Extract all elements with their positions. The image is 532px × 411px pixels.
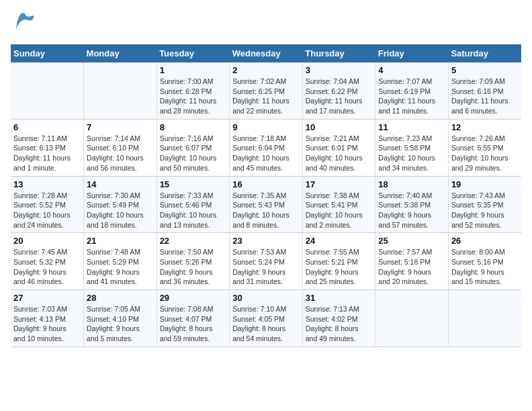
day-number: 1 — [160, 65, 227, 75]
day-header-monday: Monday — [84, 44, 157, 62]
day-number: 12 — [451, 122, 519, 132]
day-number: 19 — [451, 179, 519, 189]
calendar-table: SundayMondayTuesdayWednesdayThursdayFrid… — [11, 44, 521, 347]
calendar-cell: 30Sunrise: 7:10 AM Sunset: 4:05 PM Dayli… — [230, 290, 303, 347]
day-info: Sunrise: 7:21 AM Sunset: 6:01 PM Dayligh… — [306, 134, 373, 173]
calendar-cell — [11, 62, 84, 119]
calendar-cell — [375, 290, 449, 347]
calendar-cell: 26Sunrise: 8:00 AM Sunset: 5:16 PM Dayli… — [448, 233, 521, 290]
calendar-cell: 15Sunrise: 7:33 AM Sunset: 5:46 PM Dayli… — [157, 176, 230, 233]
calendar-cell — [448, 290, 521, 347]
day-info: Sunrise: 7:03 AM Sunset: 4:13 PM Dayligh… — [13, 304, 81, 344]
day-info: Sunrise: 7:48 AM Sunset: 5:29 PM Dayligh… — [87, 247, 154, 287]
day-number: 23 — [232, 236, 300, 246]
calendar-cell: 29Sunrise: 7:08 AM Sunset: 4:07 PM Dayli… — [157, 290, 230, 347]
day-number: 21 — [87, 236, 154, 246]
calendar-cell: 3Sunrise: 7:04 AM Sunset: 6:22 PM Daylig… — [302, 62, 375, 119]
day-info: Sunrise: 7:38 AM Sunset: 5:41 PM Dayligh… — [306, 191, 373, 230]
calendar-cell: 21Sunrise: 7:48 AM Sunset: 5:29 PM Dayli… — [84, 233, 157, 290]
day-number: 7 — [87, 122, 154, 132]
page-header — [11, 11, 521, 38]
calendar-cell: 22Sunrise: 7:50 AM Sunset: 5:26 PM Dayli… — [157, 233, 230, 290]
day-number: 22 — [160, 236, 227, 246]
day-info: Sunrise: 7:09 AM Sunset: 6:16 PM Dayligh… — [451, 77, 519, 116]
day-info: Sunrise: 7:33 AM Sunset: 5:46 PM Dayligh… — [160, 191, 227, 230]
day-number: 10 — [306, 122, 373, 132]
calendar-cell: 28Sunrise: 7:05 AM Sunset: 4:10 PM Dayli… — [84, 290, 157, 347]
calendar-cell: 16Sunrise: 7:35 AM Sunset: 5:43 PM Dayli… — [230, 176, 303, 233]
calendar-cell: 31Sunrise: 7:13 AM Sunset: 4:02 PM Dayli… — [302, 290, 375, 347]
day-number: 3 — [306, 65, 373, 75]
calendar-cell: 13Sunrise: 7:28 AM Sunset: 5:52 PM Dayli… — [11, 176, 84, 233]
week-row-5: 27Sunrise: 7:03 AM Sunset: 4:13 PM Dayli… — [11, 290, 521, 347]
day-info: Sunrise: 7:40 AM Sunset: 5:38 PM Dayligh… — [378, 191, 445, 230]
day-number: 18 — [378, 179, 445, 189]
day-number: 11 — [378, 122, 445, 132]
day-number: 5 — [451, 65, 519, 75]
calendar-cell: 4Sunrise: 7:07 AM Sunset: 6:19 PM Daylig… — [375, 62, 449, 119]
header-row: SundayMondayTuesdayWednesdayThursdayFrid… — [11, 44, 521, 62]
day-number: 9 — [232, 122, 300, 132]
calendar-cell: 2Sunrise: 7:02 AM Sunset: 6:25 PM Daylig… — [230, 62, 303, 119]
day-info: Sunrise: 7:53 AM Sunset: 5:24 PM Dayligh… — [232, 247, 300, 287]
calendar-cell: 7Sunrise: 7:14 AM Sunset: 6:10 PM Daylig… — [84, 119, 157, 176]
day-number: 24 — [306, 236, 373, 246]
calendar-cell: 14Sunrise: 7:30 AM Sunset: 5:49 PM Dayli… — [84, 176, 157, 233]
calendar-cell: 9Sunrise: 7:18 AM Sunset: 6:04 PM Daylig… — [230, 119, 303, 176]
calendar-cell: 18Sunrise: 7:40 AM Sunset: 5:38 PM Dayli… — [375, 176, 449, 233]
calendar-cell: 10Sunrise: 7:21 AM Sunset: 6:01 PM Dayli… — [302, 119, 375, 176]
logo-bird-icon — [11, 11, 38, 38]
calendar-cell: 27Sunrise: 7:03 AM Sunset: 4:13 PM Dayli… — [11, 290, 84, 347]
day-header-tuesday: Tuesday — [157, 44, 230, 62]
day-info: Sunrise: 7:11 AM Sunset: 6:13 PM Dayligh… — [13, 134, 81, 173]
day-info: Sunrise: 7:10 AM Sunset: 4:05 PM Dayligh… — [232, 304, 300, 344]
calendar-cell: 23Sunrise: 7:53 AM Sunset: 5:24 PM Dayli… — [230, 233, 303, 290]
day-number: 30 — [232, 293, 300, 303]
day-info: Sunrise: 7:02 AM Sunset: 6:25 PM Dayligh… — [232, 77, 300, 116]
day-info: Sunrise: 7:50 AM Sunset: 5:26 PM Dayligh… — [160, 247, 227, 287]
day-number: 27 — [13, 293, 81, 303]
day-info: Sunrise: 7:13 AM Sunset: 4:02 PM Dayligh… — [306, 304, 373, 344]
day-info: Sunrise: 7:16 AM Sunset: 6:07 PM Dayligh… — [160, 134, 227, 173]
day-info: Sunrise: 7:30 AM Sunset: 5:49 PM Dayligh… — [87, 191, 154, 230]
day-info: Sunrise: 7:45 AM Sunset: 5:32 PM Dayligh… — [13, 247, 81, 287]
day-info: Sunrise: 7:08 AM Sunset: 4:07 PM Dayligh… — [160, 304, 227, 344]
calendar-cell: 6Sunrise: 7:11 AM Sunset: 6:13 PM Daylig… — [11, 119, 84, 176]
day-header-friday: Friday — [375, 44, 449, 62]
calendar-cell: 1Sunrise: 7:00 AM Sunset: 6:28 PM Daylig… — [157, 62, 230, 119]
day-info: Sunrise: 7:28 AM Sunset: 5:52 PM Dayligh… — [13, 191, 81, 230]
day-header-wednesday: Wednesday — [230, 44, 303, 62]
calendar-cell: 25Sunrise: 7:57 AM Sunset: 5:18 PM Dayli… — [375, 233, 449, 290]
day-number: 29 — [160, 293, 227, 303]
week-row-1: 1Sunrise: 7:00 AM Sunset: 6:28 PM Daylig… — [11, 62, 521, 119]
calendar-cell: 11Sunrise: 7:23 AM Sunset: 5:58 PM Dayli… — [375, 119, 449, 176]
day-number: 26 — [451, 236, 519, 246]
week-row-2: 6Sunrise: 7:11 AM Sunset: 6:13 PM Daylig… — [11, 119, 521, 176]
day-info: Sunrise: 7:55 AM Sunset: 5:21 PM Dayligh… — [306, 247, 373, 287]
calendar-cell — [84, 62, 157, 119]
day-info: Sunrise: 7:43 AM Sunset: 5:35 PM Dayligh… — [451, 191, 519, 230]
calendar-cell: 5Sunrise: 7:09 AM Sunset: 6:16 PM Daylig… — [448, 62, 521, 119]
day-number: 17 — [306, 179, 373, 189]
day-info: Sunrise: 7:18 AM Sunset: 6:04 PM Dayligh… — [232, 134, 300, 173]
day-number: 6 — [13, 122, 81, 132]
day-number: 28 — [87, 293, 154, 303]
calendar-cell: 8Sunrise: 7:16 AM Sunset: 6:07 PM Daylig… — [157, 119, 230, 176]
calendar-cell: 19Sunrise: 7:43 AM Sunset: 5:35 PM Dayli… — [448, 176, 521, 233]
day-info: Sunrise: 7:05 AM Sunset: 4:10 PM Dayligh… — [87, 304, 154, 344]
day-info: Sunrise: 7:07 AM Sunset: 6:19 PM Dayligh… — [378, 77, 445, 116]
day-number: 16 — [232, 179, 300, 189]
calendar-cell: 12Sunrise: 7:26 AM Sunset: 5:55 PM Dayli… — [448, 119, 521, 176]
day-info: Sunrise: 7:04 AM Sunset: 6:22 PM Dayligh… — [306, 77, 373, 116]
logo — [11, 11, 40, 38]
week-row-3: 13Sunrise: 7:28 AM Sunset: 5:52 PM Dayli… — [11, 176, 521, 233]
day-number: 14 — [87, 179, 154, 189]
day-number: 25 — [378, 236, 445, 246]
day-number: 8 — [160, 122, 227, 132]
day-info: Sunrise: 7:26 AM Sunset: 5:55 PM Dayligh… — [451, 134, 519, 173]
day-number: 15 — [160, 179, 227, 189]
day-header-sunday: Sunday — [11, 44, 84, 62]
day-number: 2 — [232, 65, 300, 75]
calendar-cell: 24Sunrise: 7:55 AM Sunset: 5:21 PM Dayli… — [302, 233, 375, 290]
week-row-4: 20Sunrise: 7:45 AM Sunset: 5:32 PM Dayli… — [11, 233, 521, 290]
